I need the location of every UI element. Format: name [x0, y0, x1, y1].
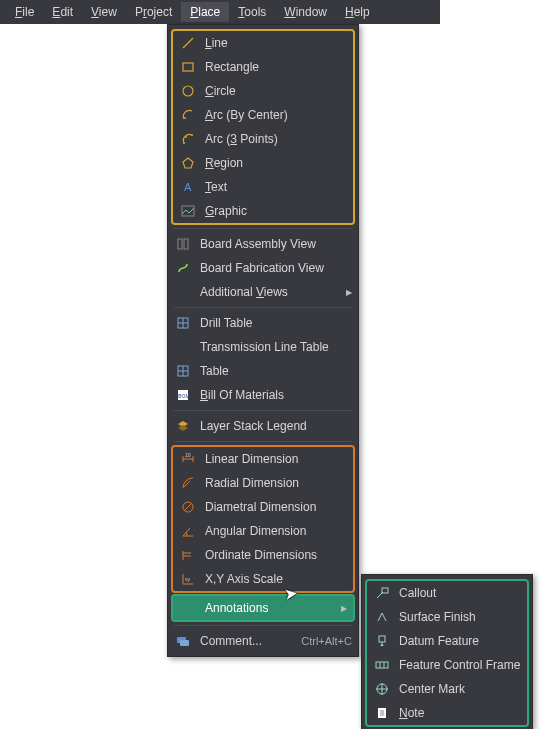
board-fab-icon [174, 260, 192, 276]
group-dimensions: 10Linear DimensionRadial DimensionDiamet… [171, 445, 355, 593]
submenu-arrow-icon: ▶ [346, 288, 352, 297]
menuitem-label: Datum Feature [399, 634, 521, 648]
menu-file[interactable]: File [6, 2, 43, 22]
menuitem-radial-dimension[interactable]: Radial Dimension [173, 471, 353, 495]
menuitem-label: X,Y Axis Scale [205, 572, 347, 586]
menu-window[interactable]: Window [275, 2, 336, 22]
menuitem-x-y-axis-scale[interactable]: xyX,Y Axis Scale [173, 567, 353, 591]
grid-icon [174, 315, 192, 331]
menuitem-callout[interactable]: Callout [367, 581, 527, 605]
menuitem-table[interactable]: Table [168, 359, 358, 383]
menuitem-label: Additional Views [200, 285, 352, 299]
menuitem-label: Radial Dimension [205, 476, 347, 490]
menuitem-label: Diametral Dimension [205, 500, 347, 514]
menuitem-label: Region [205, 156, 347, 170]
menuitem-arc-by-center-[interactable]: Arc (By Center) [173, 103, 353, 127]
menuitem-label: Rectangle [205, 60, 347, 74]
menu-place[interactable]: Place [181, 2, 229, 22]
menu-help[interactable]: Help [336, 2, 379, 22]
menuitem-transmission-line-table[interactable]: Transmission Line Table [168, 335, 358, 359]
svg-line-0 [183, 38, 193, 48]
menuitem-annotations[interactable]: Annotations▶ [173, 596, 353, 620]
svg-text:A: A [184, 181, 192, 193]
svg-text:xy: xy [185, 576, 191, 582]
svg-rect-36 [180, 640, 189, 646]
menu-tools[interactable]: Tools [229, 2, 275, 22]
svg-rect-10 [178, 239, 182, 249]
line-icon [179, 35, 197, 51]
svg-rect-1 [183, 63, 193, 71]
surface-icon [373, 609, 391, 625]
svg-marker-41 [380, 644, 384, 646]
menuitem-feature-control-frame[interactable]: Feature Control Frame [367, 653, 527, 677]
svg-rect-9 [182, 206, 194, 216]
menuitem-region[interactable]: Region [173, 151, 353, 175]
menuitem-bill-of-materials[interactable]: BOMBill Of Materials [168, 383, 358, 407]
menuitem-label: Linear Dimension [205, 452, 347, 466]
menuitem-line[interactable]: Line [173, 31, 353, 55]
text-icon: A [179, 179, 197, 195]
menu-edit[interactable]: Edit [43, 2, 82, 22]
group-annotations-sub: CalloutSurface FinishDatum FeatureFeatur… [365, 579, 529, 727]
menuitem-datum-feature[interactable]: Datum Feature [367, 629, 527, 653]
callout-icon [373, 585, 391, 601]
menuitem-text[interactable]: AText [173, 175, 353, 199]
submenu-arrow-icon: ▶ [341, 604, 347, 613]
menuitem-label: Drill Table [200, 316, 352, 330]
dim-dia-icon [179, 499, 197, 515]
group-annotations: Annotations▶ [171, 594, 355, 622]
menuitem-linear-dimension[interactable]: 10Linear Dimension [173, 447, 353, 471]
menuitem-ordinate-dimensions[interactable]: Ordinate Dimensions [173, 543, 353, 567]
dim-lin-icon: 10 [179, 451, 197, 467]
menuitem-board-assembly-view[interactable]: Board Assembly View [168, 232, 358, 256]
menuitem-label: Ordinate Dimensions [205, 548, 347, 562]
menuitem-label: Layer Stack Legend [200, 419, 352, 433]
note-icon [373, 705, 391, 721]
svg-rect-39 [379, 636, 385, 642]
grid-icon [174, 363, 192, 379]
menuitem-angular-dimension[interactable]: Angular Dimension [173, 519, 353, 543]
menuitem-label: Note [399, 706, 521, 720]
menuitem-surface-finish[interactable]: Surface Finish [367, 605, 527, 629]
menuitem-diametral-dimension[interactable]: Diametral Dimension [173, 495, 353, 519]
dim-xy-icon: xy [179, 571, 197, 587]
svg-marker-7 [183, 158, 193, 168]
menuitem-comment-[interactable]: Comment...Ctrl+Alt+C [168, 629, 358, 653]
menuitem-label: Surface Finish [399, 610, 521, 624]
separator [174, 441, 352, 442]
circle-icon [179, 83, 197, 99]
menuitem-circle[interactable]: Circle [173, 79, 353, 103]
dim-ord-icon [179, 547, 197, 563]
menuitem-graphic[interactable]: Graphic [173, 199, 353, 223]
menuitem-additional-views[interactable]: Additional Views▶ [168, 280, 358, 304]
blank-icon [174, 284, 192, 300]
svg-point-3 [184, 117, 186, 119]
dim-rad-icon [179, 475, 197, 491]
svg-rect-42 [376, 662, 388, 668]
menuitem-center-mark[interactable]: Center Mark [367, 677, 527, 701]
layers-icon [174, 418, 192, 434]
menuitem-label: Text [205, 180, 347, 194]
menuitem-drill-table[interactable]: Drill Table [168, 311, 358, 335]
menuitem-label: Annotations [205, 601, 347, 615]
separator [174, 410, 352, 411]
region-icon [179, 155, 197, 171]
dim-ang-icon [179, 523, 197, 539]
menu-view[interactable]: View [82, 2, 126, 22]
menuitem-label: Feature Control Frame [399, 658, 521, 672]
blank-icon [174, 339, 192, 355]
menuitem-board-fabrication-view[interactable]: Board Fabrication View [168, 256, 358, 280]
datum-icon [373, 633, 391, 649]
svg-text:10: 10 [185, 452, 191, 458]
menuitem-label: Circle [205, 84, 347, 98]
graphic-icon [179, 203, 197, 219]
menuitem-arc-3-points-[interactable]: Arc (3 Points) [173, 127, 353, 151]
group-primitives: LineRectangleCircleArc (By Center)Arc (3… [171, 29, 355, 225]
menuitem-label: Transmission Line Table [200, 340, 352, 354]
menuitem-rectangle[interactable]: Rectangle [173, 55, 353, 79]
menuitem-note[interactable]: Note [367, 701, 527, 725]
separator [174, 228, 352, 229]
menu-project[interactable]: Project [126, 2, 181, 22]
place-dropdown: LineRectangleCircleArc (By Center)Arc (3… [167, 24, 359, 657]
menuitem-layer-stack-legend[interactable]: Layer Stack Legend [168, 414, 358, 438]
